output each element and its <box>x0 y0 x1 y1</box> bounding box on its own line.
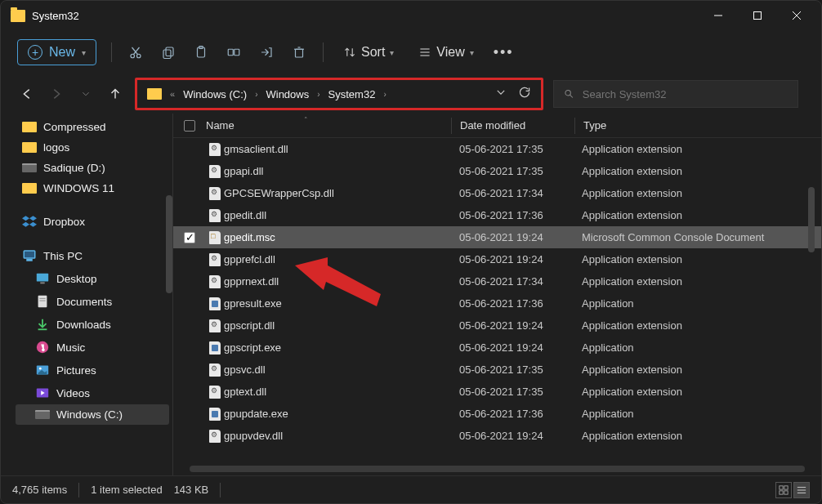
file-name: gpresult.exe <box>224 297 451 310</box>
sidebar-item[interactable]: logos <box>16 137 169 158</box>
sidebar-item[interactable]: Videos <box>16 381 169 404</box>
status-item-count: 4,765 items <box>12 484 67 496</box>
sidebar-item[interactable]: Compressed <box>16 117 169 137</box>
copy-button[interactable] <box>159 43 177 61</box>
file-row[interactable]: gpscript.dll05-06-2021 19:24Application … <box>173 314 821 337</box>
sidebar-item[interactable]: Desktop <box>16 267 169 290</box>
delete-button[interactable] <box>290 43 308 61</box>
file-type: Application extension <box>574 187 821 199</box>
more-button[interactable]: ••• <box>494 44 514 61</box>
sidebar-item[interactable]: Dropbox <box>16 210 169 233</box>
view-large-icons-button[interactable] <box>775 482 792 498</box>
file-row[interactable]: gpprefcl.dll05-06-2021 19:24Application … <box>173 248 821 270</box>
column-date[interactable]: Date modified <box>452 119 574 132</box>
file-row[interactable]: GPCSEWrapperCsp.dll05-06-2021 17:34Appli… <box>173 182 821 204</box>
sidebar-item-label: logos <box>43 141 69 154</box>
svg-rect-36 <box>780 485 783 488</box>
file-date: 05-06-2021 19:24 <box>451 253 574 265</box>
file-type: Application extension <box>574 364 821 376</box>
paste-button[interactable] <box>192 43 210 61</box>
sidebar-item[interactable]: This PC <box>16 244 169 267</box>
file-icon <box>206 275 224 288</box>
search-box[interactable] <box>553 80 798 108</box>
file-row[interactable]: gpupdate.exe05-06-2021 17:36Application <box>173 403 821 425</box>
new-button[interactable]: + New ▾ <box>17 39 96 65</box>
sidebar-item-label: Pictures <box>56 364 96 377</box>
address-bar[interactable]: « Windows (C:) › Windows › System32 › <box>135 78 543 110</box>
file-type: Application extension <box>574 386 821 398</box>
file-row[interactable]: gptext.dll05-06-2021 17:35Application ex… <box>173 381 821 403</box>
refresh-button[interactable] <box>518 86 531 102</box>
file-icon <box>206 209 224 222</box>
file-row[interactable]: ✓gpedit.msc05-06-2021 19:24Microsoft Com… <box>173 226 821 248</box>
sidebar: CompressedlogosSadique (D:)WINDOWS 11Dro… <box>1 114 172 475</box>
file-list[interactable]: gmsaclient.dll05-06-2021 17:35Applicatio… <box>173 138 821 475</box>
search-icon <box>564 88 574 100</box>
up-button[interactable] <box>105 84 125 104</box>
sort-label: Sort <box>361 45 385 60</box>
svg-rect-1 <box>754 12 762 20</box>
breadcrumb-overflow[interactable]: « <box>170 89 175 99</box>
breadcrumb-item[interactable]: Windows <box>266 88 309 100</box>
back-button[interactable] <box>17 84 37 104</box>
svg-rect-14 <box>296 49 303 57</box>
cut-button[interactable] <box>127 43 145 61</box>
svg-rect-9 <box>163 50 171 59</box>
recent-history-button[interactable] <box>76 84 96 104</box>
file-date: 05-06-2021 19:24 <box>451 430 574 442</box>
select-all-checkbox[interactable] <box>184 120 195 132</box>
file-icon <box>206 143 224 156</box>
view-details-button[interactable] <box>793 482 810 498</box>
file-row[interactable]: gpprnext.dll05-06-2021 17:34Application … <box>173 270 821 292</box>
horizontal-scrollbar[interactable] <box>190 466 805 472</box>
file-name: gptext.dll <box>224 386 451 398</box>
file-row[interactable]: gpsvc.dll05-06-2021 17:35Application ext… <box>173 359 821 381</box>
file-date: 05-06-2021 19:24 <box>451 319 574 332</box>
rename-button[interactable] <box>225 43 243 61</box>
close-button[interactable] <box>788 7 805 24</box>
file-name: gpsvc.dll <box>224 364 451 376</box>
status-size: 143 KB <box>174 484 209 496</box>
file-icon <box>206 253 224 266</box>
breadcrumb-item[interactable]: Windows (C:) <box>183 88 247 100</box>
file-date: 05-06-2021 17:34 <box>451 275 574 288</box>
file-row[interactable]: gmsaclient.dll05-06-2021 17:35Applicatio… <box>173 138 821 160</box>
file-icon <box>206 408 224 421</box>
column-name[interactable]: Name ˄ <box>206 119 451 132</box>
file-row[interactable]: gpapi.dll05-06-2021 17:35Application ext… <box>173 160 821 182</box>
file-type: Application extension <box>574 430 821 442</box>
svg-rect-39 <box>784 490 788 493</box>
status-bar: 4,765 items 1 item selected 143 KB <box>1 475 821 503</box>
breadcrumb-item[interactable]: System32 <box>328 88 376 100</box>
file-row[interactable]: gpupvdev.dll05-06-2021 19:24Application … <box>173 425 821 447</box>
sidebar-item-label: Documents <box>56 296 112 308</box>
sidebar-item[interactable]: Pictures <box>16 359 169 381</box>
minimize-button[interactable] <box>710 7 726 24</box>
toolbar: + New ▾ Sort ▾ View <box>1 30 821 74</box>
search-input[interactable] <box>583 88 788 100</box>
sort-button[interactable]: Sort ▾ <box>338 42 399 63</box>
sidebar-item[interactable]: Windows (C:) <box>16 404 169 425</box>
sidebar-item[interactable]: WINDOWS 11 <box>16 178 169 198</box>
maximize-button[interactable] <box>749 7 766 24</box>
sidebar-scrollbar[interactable] <box>166 195 172 293</box>
file-type: Application <box>574 408 821 420</box>
view-button[interactable]: View ▾ <box>413 42 478 63</box>
column-type[interactable]: Type <box>575 119 821 132</box>
sidebar-item[interactable]: Documents <box>16 290 169 313</box>
chevron-right-icon: › <box>317 90 319 99</box>
file-row[interactable]: gpresult.exe05-06-2021 17:36Application <box>173 292 821 314</box>
view-label: View <box>436 45 464 60</box>
folder-icon <box>11 10 25 22</box>
forward-button[interactable] <box>47 84 66 104</box>
sidebar-item[interactable]: Music <box>16 336 169 359</box>
file-row[interactable]: gpscript.exe05-06-2021 19:24Application <box>173 337 821 359</box>
toolbar-separator <box>111 42 112 62</box>
address-dropdown[interactable] <box>495 87 507 101</box>
sidebar-item[interactable]: Sadique (D:) <box>16 158 169 178</box>
row-checkbox[interactable]: ✓ <box>184 232 195 243</box>
sidebar-item[interactable]: Downloads <box>16 313 169 336</box>
file-list-scrollbar[interactable] <box>808 187 815 252</box>
file-row[interactable]: gpedit.dll05-06-2021 17:36Application ex… <box>173 204 821 226</box>
share-button[interactable] <box>257 43 275 61</box>
